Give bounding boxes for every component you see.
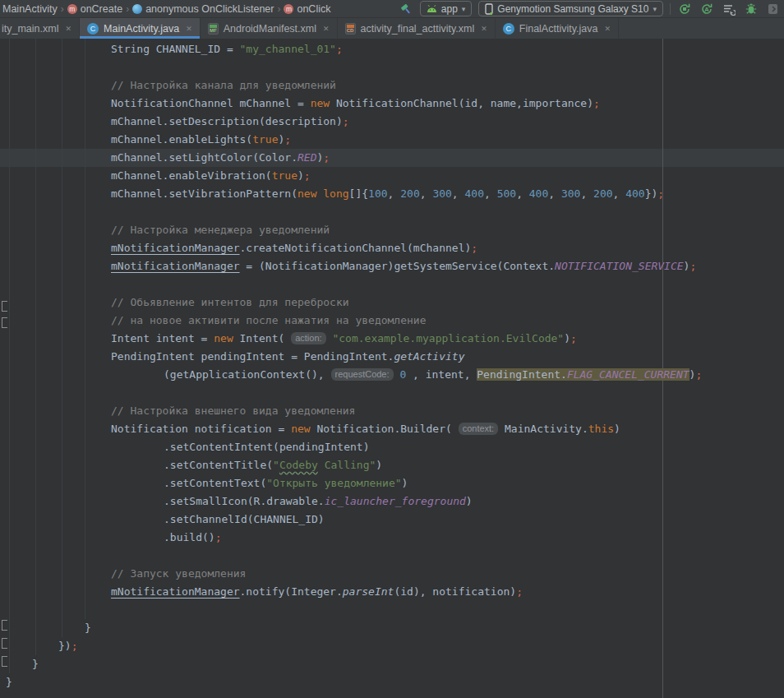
code-line[interactable]: }	[32, 655, 39, 673]
code-line[interactable]: Intent intent = new Intent( action: "com…	[111, 330, 577, 348]
code-line[interactable]: // Настройка менеджера уведомлений	[111, 221, 330, 239]
code-token: MainActivity.	[498, 423, 588, 435]
code-token: ,	[580, 187, 593, 200]
code-line[interactable]: NotificationChannel mChannel = new Notif…	[111, 95, 600, 113]
tab-finalacttivity-java[interactable]: C FinalActtivity.java ✕	[496, 18, 619, 39]
code-token: Intent intent =	[111, 332, 214, 344]
apply-code-changes-button[interactable]: A	[699, 2, 714, 16]
code-token: // Обьявление интентов для переброски	[111, 296, 349, 308]
toolbar-separator	[670, 3, 671, 15]
build-hammer-icon[interactable]	[399, 2, 413, 16]
code-token: )	[466, 495, 473, 507]
code-line[interactable]: .setChannelId(CHANNEL_ID)	[164, 511, 325, 529]
close-icon[interactable]: ✕	[186, 25, 192, 33]
code-token: .createNotificationChannel(mChannel)	[240, 242, 472, 254]
code-token: new	[311, 97, 330, 109]
code-token: )	[297, 169, 304, 182]
code-token: .setContentText(	[164, 477, 266, 489]
code-token: ;	[343, 115, 349, 127]
tab-activity-main-xml[interactable]: ity_main.xml ✕	[0, 18, 80, 39]
code-token: ;	[689, 260, 696, 272]
device-selector[interactable]: Genymotion Samsung Galaxy S10 ▾	[478, 1, 663, 16]
close-icon[interactable]: ✕	[604, 25, 611, 33]
code-line[interactable]: mNotificationManager = (NotificationMana…	[111, 257, 696, 275]
code-line[interactable]: PendingIntent pendingIntent = PendingInt…	[111, 348, 464, 366]
code-token: // на новое активити после нажатия на ув…	[111, 314, 427, 326]
code-token: ;	[657, 187, 664, 200]
code-line[interactable]: mNotificationManager.notify(Integer.pars…	[111, 583, 523, 601]
code-editor[interactable]: String CHANNEL_ID = "my_channel_01";// Н…	[0, 39, 784, 698]
tab-mainactivity-java[interactable]: C MainActivity.java ✕	[80, 18, 201, 39]
code-token: Notification notification =	[111, 423, 291, 435]
code-line[interactable]: .setSmallIcon(R.drawable.ic_launcher_for…	[164, 492, 473, 511]
fold-marker-icon[interactable]	[2, 301, 7, 312]
tab-label: ity_main.xml	[2, 23, 58, 35]
code-token: ,	[452, 187, 465, 200]
code-token: )	[564, 332, 570, 344]
layout-inspector-icon[interactable]	[722, 2, 736, 16]
breadcrumb-label: onClick	[297, 3, 330, 15]
code-line[interactable]: // Настройка внешнего вида уведомления	[111, 402, 355, 420]
code-token: )	[614, 423, 620, 435]
run-configuration-selector[interactable]: app ▾	[420, 1, 473, 16]
code-line[interactable]: // Запуск уведомления	[111, 565, 246, 583]
code-token: "Открыть уведомление"	[266, 477, 401, 489]
breadcrumb-class[interactable]: MainActivity	[2, 3, 58, 15]
chevron-down-icon: ▾	[653, 5, 657, 13]
debug-button[interactable]	[744, 2, 759, 16]
code-line[interactable]: mNotificationManager.createNotificationC…	[111, 239, 477, 257]
code-line[interactable]: mChannel.setDescription(description);	[111, 113, 349, 131]
code-token: String CHANNEL_ID =	[111, 43, 240, 55]
fold-marker-icon[interactable]	[2, 620, 7, 631]
tab-label: MainActivity.java	[104, 23, 179, 35]
breadcrumb-anonymous-class[interactable]: anonymous OnClickListener	[132, 3, 274, 15]
code-token: 400	[465, 187, 484, 200]
code-line[interactable]: Notification notification = new Notifica…	[111, 420, 620, 438]
code-token: mNotificationManager	[111, 260, 240, 272]
fold-marker-icon[interactable]	[2, 656, 7, 667]
code-line[interactable]: }	[6, 673, 12, 691]
code-token: ;	[336, 43, 343, 55]
code-line[interactable]: .setContentText("Открыть уведомление")	[164, 474, 408, 492]
manifest-file-icon: MF	[208, 23, 219, 35]
code-line[interactable]: mChannel.enableVibration(true);	[111, 167, 311, 185]
close-icon[interactable]: ✕	[65, 25, 71, 33]
code-line[interactable]: // на новое активити после нажатия на ув…	[111, 312, 427, 330]
fold-marker-icon[interactable]	[2, 638, 7, 649]
ide-window: MainActivity › m onCreate › anonymous On…	[0, 0, 784, 698]
code-token: "com.example.myapplication.EvilCode"	[332, 332, 564, 344]
apply-changes-button[interactable]	[677, 2, 692, 16]
code-line[interactable]: .setContentTitle("Codeby Calling")	[164, 456, 382, 474]
code-line[interactable]: // Настройка канала для уведомлений	[111, 76, 336, 95]
android-icon	[427, 5, 437, 13]
tab-androidmanifest-xml[interactable]: MF AndroidManifest.xml ✕	[201, 18, 338, 39]
main-toolbar: MainActivity › m onCreate › anonymous On…	[0, 0, 784, 18]
code-token: mChannel.enableVibration(	[111, 169, 272, 182]
tab-activity-final-acttivity-xml[interactable]: CD activity_final_acttivity.xml ✕	[338, 18, 496, 39]
close-icon[interactable]: ✕	[323, 25, 330, 33]
breadcrumb-oncreate[interactable]: m onCreate	[67, 3, 122, 15]
code-line[interactable]: mChannel.setLightColor(Color.RED);	[111, 149, 330, 167]
tab-label: activity_final_acttivity.xml	[361, 23, 475, 35]
code-line[interactable]: mChannel.setVibrationPattern(new long[]{…	[111, 185, 664, 203]
code-token: ,	[548, 187, 561, 200]
java-class-icon: C	[503, 23, 514, 35]
code-line[interactable]: // Обьявление интентов для переброски	[111, 294, 349, 312]
code-token: ;	[593, 97, 600, 109]
profile-app-button[interactable]	[766, 2, 781, 16]
code-line[interactable]: mChannel.enableLights(true);	[111, 131, 291, 149]
fold-marker-icon[interactable]	[2, 317, 7, 328]
code-line[interactable]: (getApplicationContext(), requestCode: 0…	[164, 366, 702, 384]
code-token: 400	[625, 187, 644, 200]
breadcrumb-onclick[interactable]: m onClick	[284, 3, 330, 15]
code-line[interactable]: }	[85, 619, 91, 637]
code-token: .setContentIntent(pendingIntent)	[164, 441, 369, 453]
code-token: new	[291, 423, 310, 435]
close-icon[interactable]: ✕	[481, 25, 487, 33]
code-line[interactable]: .setContentIntent(pendingIntent)	[164, 438, 369, 456]
code-line[interactable]: .build();	[164, 529, 221, 547]
code-line[interactable]: String CHANNEL_ID = "my_channel_01";	[111, 40, 343, 58]
tab-label: FinalActtivity.java	[519, 23, 598, 35]
code-token: 500	[497, 187, 516, 200]
code-line[interactable]: });	[58, 637, 77, 655]
